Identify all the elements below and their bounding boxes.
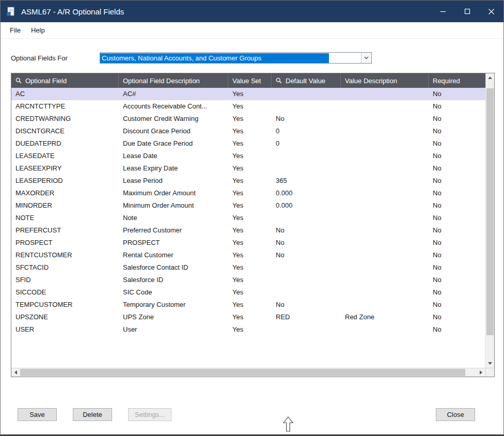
column-header-value-set[interactable]: Value Set	[228, 73, 272, 88]
table-row[interactable]: SICCODESIC CodeYesNo	[11, 286, 485, 299]
cell-field[interactable]: ARCNTCTTYPE	[11, 100, 119, 113]
cell-value-description[interactable]	[341, 187, 429, 199]
cell-description[interactable]: Maximum Order Amount	[119, 187, 228, 199]
cell-value-description[interactable]	[341, 299, 429, 311]
column-header-optional-field[interactable]: Optional Field	[11, 73, 119, 88]
column-header-default-value[interactable]: Default Value	[272, 73, 341, 88]
close-button[interactable]: Close	[436, 408, 475, 421]
cell-value-description[interactable]	[341, 88, 429, 100]
scroll-right-button[interactable]	[477, 368, 485, 377]
cell-value-description[interactable]	[341, 249, 429, 261]
cell-default-value[interactable]: 0	[272, 137, 341, 150]
cell-description[interactable]: Lease Period	[119, 175, 228, 187]
minimize-button[interactable]	[431, 1, 455, 22]
table-row[interactable]: USERUserYesNo	[11, 323, 485, 336]
cell-default-value[interactable]: No	[272, 237, 341, 249]
cell-field[interactable]: LEASEPERIOD	[11, 175, 119, 187]
cell-required[interactable]: No	[429, 286, 485, 299]
cell-required[interactable]: No	[429, 187, 485, 199]
cell-description[interactable]: Minimum Order Amount	[119, 199, 228, 212]
column-header-value-description[interactable]: Value Description	[341, 73, 429, 88]
cell-value-set[interactable]: Yes	[228, 199, 272, 212]
cell-default-value[interactable]	[272, 286, 341, 299]
table-row[interactable]: UPSZONEUPS ZoneYesREDRed ZoneNo	[11, 311, 485, 323]
cell-description[interactable]: SIC Code	[119, 286, 228, 299]
cell-value-set[interactable]: Yes	[228, 137, 272, 150]
table-row[interactable]: RENTCUSTOMERRental CustomerYesNoNo	[11, 249, 485, 261]
cell-description[interactable]: AC#	[119, 88, 228, 100]
cell-value-set[interactable]: Yes	[228, 311, 272, 323]
cell-description[interactable]: Note	[119, 212, 228, 224]
cell-required[interactable]: No	[429, 150, 485, 162]
cell-default-value[interactable]	[272, 261, 341, 274]
table-row[interactable]: PREFERCUSTPreferred CustomerYesNoNo	[11, 224, 485, 237]
cell-value-set[interactable]: Yes	[228, 323, 272, 336]
cell-value-set[interactable]: Yes	[228, 286, 272, 299]
cell-required[interactable]: No	[429, 175, 485, 187]
scroll-up-button[interactable]	[486, 73, 494, 82]
scroll-left-button[interactable]	[11, 368, 20, 377]
cell-value-set[interactable]: Yes	[228, 125, 272, 137]
menu-help[interactable]: Help	[26, 24, 50, 37]
cell-value-description[interactable]	[341, 137, 429, 150]
cell-field[interactable]: USER	[11, 323, 119, 336]
cell-description[interactable]: Customer Credit Warning	[119, 113, 228, 125]
table-row[interactable]: ACAC#YesNo	[11, 88, 485, 100]
cell-required[interactable]: No	[429, 199, 485, 212]
cell-value-description[interactable]	[341, 175, 429, 187]
cell-value-set[interactable]: Yes	[228, 88, 272, 100]
cell-description[interactable]: Preferred Customer	[119, 224, 228, 237]
cell-required[interactable]: No	[429, 249, 485, 261]
cell-value-description[interactable]	[341, 274, 429, 286]
table-row[interactable]: CREDTWARNINGCustomer Credit WarningYesNo…	[11, 113, 485, 125]
cell-field[interactable]: PROSPECT	[11, 237, 119, 249]
cell-default-value[interactable]: No	[272, 299, 341, 311]
cell-default-value[interactable]	[272, 150, 341, 162]
cell-field[interactable]: AC	[11, 88, 119, 100]
cell-default-value[interactable]	[272, 274, 341, 286]
cell-value-description[interactable]	[341, 212, 429, 224]
cell-value-description[interactable]	[341, 286, 429, 299]
cell-default-value[interactable]: No	[272, 113, 341, 125]
cell-value-description[interactable]	[341, 125, 429, 137]
optional-fields-for-combobox[interactable]: Customers, National Accounts, and Custom…	[100, 52, 372, 64]
cell-required[interactable]: No	[429, 323, 485, 336]
cell-required[interactable]: No	[429, 162, 485, 175]
cell-field[interactable]: NOTE	[11, 212, 119, 224]
cell-required[interactable]: No	[429, 88, 485, 100]
scroll-down-button[interactable]	[486, 359, 494, 368]
cell-required[interactable]: No	[429, 100, 485, 113]
save-button[interactable]: Save	[18, 408, 57, 421]
table-row[interactable]: MINORDERMinimum Order AmountYes0.000No	[11, 199, 485, 212]
cell-field[interactable]: PREFERCUST	[11, 224, 119, 237]
table-row[interactable]: TEMPCUSTOMERTemporary CustomerYesNoNo	[11, 299, 485, 311]
vertical-scrollbar-thumb[interactable]	[486, 88, 494, 335]
cell-value-set[interactable]: Yes	[228, 100, 272, 113]
cell-value-set[interactable]: Yes	[228, 261, 272, 274]
cell-value-description[interactable]	[341, 113, 429, 125]
cell-value-set[interactable]: Yes	[228, 150, 272, 162]
cell-value-description[interactable]	[341, 199, 429, 212]
cell-default-value[interactable]: RED	[272, 311, 341, 323]
cell-description[interactable]: PROSPECT	[119, 237, 228, 249]
cell-value-description[interactable]	[341, 261, 429, 274]
cell-required[interactable]: No	[429, 299, 485, 311]
cell-default-value[interactable]: 0.000	[272, 187, 341, 199]
cell-description[interactable]: User	[119, 323, 228, 336]
cell-required[interactable]: No	[429, 212, 485, 224]
cell-value-set[interactable]: Yes	[228, 274, 272, 286]
cell-value-set[interactable]: Yes	[228, 212, 272, 224]
cell-value-description[interactable]	[341, 237, 429, 249]
cell-field[interactable]: SFCTACID	[11, 261, 119, 274]
cell-description[interactable]: Temporary Customer	[119, 299, 228, 311]
column-header-optional-field-description[interactable]: Optional Field Description	[119, 73, 228, 88]
cell-required[interactable]: No	[429, 311, 485, 323]
cell-default-value[interactable]: 0	[272, 125, 341, 137]
cell-value-description[interactable]	[341, 224, 429, 237]
cell-field[interactable]: CREDTWARNING	[11, 113, 119, 125]
cell-required[interactable]: No	[429, 274, 485, 286]
cell-field[interactable]: DUEDATEPRD	[11, 137, 119, 150]
cell-value-description[interactable]	[341, 150, 429, 162]
cell-value-description[interactable]	[341, 162, 429, 175]
cell-description[interactable]: Salesforce ID	[119, 274, 228, 286]
